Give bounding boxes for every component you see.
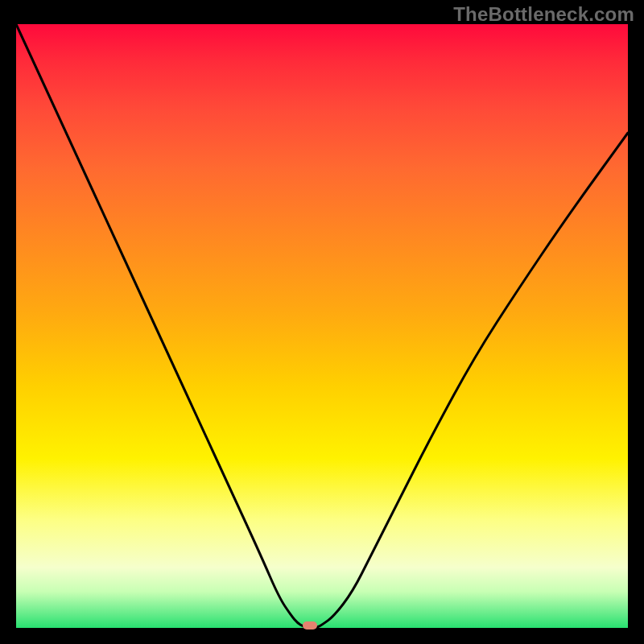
watermark-text: TheBottleneck.com (453, 3, 634, 26)
bottleneck-curve (16, 24, 628, 628)
minimum-marker (303, 621, 317, 630)
plot-area (16, 24, 628, 628)
chart-frame: TheBottleneck.com (0, 0, 644, 644)
curve-svg (16, 24, 628, 628)
